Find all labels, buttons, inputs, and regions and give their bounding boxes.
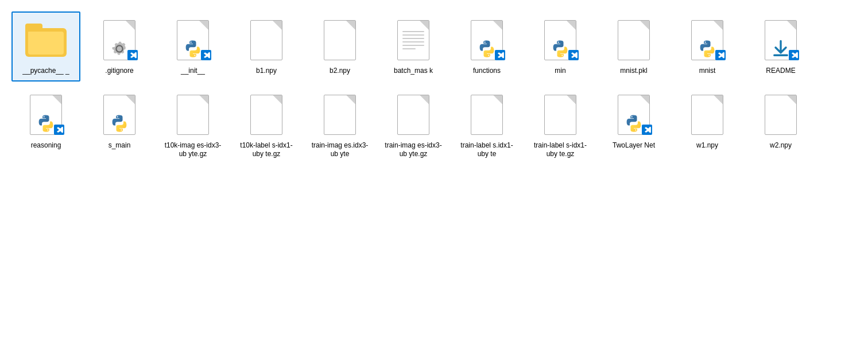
- file-icon: [544, 20, 576, 60]
- file-label-b1npy: b1.npy: [256, 67, 277, 76]
- file-item-train_images_ubyte[interactable]: train-imag es.idx3-ub yte: [305, 86, 374, 165]
- file-item-mnist[interactable]: mnist: [673, 11, 742, 82]
- file-item-t10k_labels[interactable]: t10k-label s-idx1-uby te.gz: [232, 86, 301, 165]
- file-icon: [691, 20, 723, 60]
- file-icon: [765, 95, 797, 135]
- file-item-b2npy[interactable]: b2.npy: [305, 11, 374, 82]
- file-item-train_labels_ubyte[interactable]: train-label s.idx1-uby te: [452, 86, 521, 165]
- file-label-train_images_ubyte: train-imag es.idx3-ub yte: [309, 141, 371, 159]
- file-item-gitignore[interactable]: .gitignore: [85, 11, 154, 82]
- file-icon: [397, 95, 429, 135]
- file-label-init: __init__: [181, 67, 205, 76]
- file-item-mnist_pkl[interactable]: mnist.pkl: [599, 11, 668, 82]
- file-item-w2npy[interactable]: w2.npy: [746, 86, 815, 165]
- file-item-batch_mask[interactable]: batch_mas k: [379, 11, 448, 82]
- file-label-mnist: mnist: [699, 67, 716, 76]
- file-icon: [544, 95, 576, 135]
- file-label-reasoning: reasoning: [31, 141, 61, 150]
- file-label-twolayernet: TwoLayer Net: [613, 141, 655, 150]
- file-label-batch_mask: batch_mas k: [394, 67, 433, 76]
- file-item-t10k_images[interactable]: t10k-imag es-idx3-ub yte.gz: [158, 86, 227, 165]
- file-label-gitignore: .gitignore: [105, 67, 133, 76]
- file-label-w2npy: w2.npy: [770, 141, 792, 150]
- file-item-b1npy[interactable]: b1.npy: [232, 11, 301, 82]
- file-icon: [30, 95, 62, 135]
- file-icon: [618, 20, 650, 60]
- file-icon: [324, 20, 356, 60]
- file-explorer-grid: __pycache__ _ .gitignore __init__b1.npyb…: [11, 11, 857, 165]
- file-item-w1npy[interactable]: w1.npy: [673, 86, 742, 165]
- file-icon: [250, 20, 282, 60]
- file-item-reasoning[interactable]: reasoning: [11, 86, 80, 165]
- file-label-train_labels_ubyte: train-label s.idx1-uby te: [456, 141, 518, 159]
- file-label-t10k_images: t10k-imag es-idx3-ub yte.gz: [162, 141, 224, 159]
- file-item-min[interactable]: min: [526, 11, 595, 82]
- file-label-readme: README: [766, 67, 795, 76]
- file-label-min: min: [555, 67, 565, 76]
- file-item-train_labels_gz[interactable]: train-label s-idx1-uby te.gz: [526, 86, 595, 165]
- file-icon: [765, 20, 797, 60]
- file-label-train_labels_gz: train-label s-idx1-uby te.gz: [529, 141, 591, 159]
- file-item-train_images_gz[interactable]: train-imag es-idx3-ub yte.gz: [379, 86, 448, 165]
- file-label-w1npy: w1.npy: [696, 141, 718, 150]
- file-icon: [250, 95, 282, 135]
- file-icon: [177, 95, 209, 135]
- file-item-functions[interactable]: functions: [452, 11, 521, 82]
- file-icon: [471, 20, 503, 60]
- file-item-s_main[interactable]: s_main: [85, 86, 154, 165]
- file-label-functions: functions: [473, 67, 501, 76]
- file-icon: [103, 20, 135, 60]
- file-icon: [397, 20, 429, 60]
- file-icon: [618, 95, 650, 135]
- file-icon: [324, 95, 356, 135]
- file-icon: [691, 95, 723, 135]
- file-item-twolayernet[interactable]: TwoLayer Net: [599, 86, 668, 165]
- file-icon: [177, 20, 209, 60]
- file-label-t10k_labels: t10k-label s-idx1-uby te.gz: [235, 141, 297, 159]
- file-label-train_images_gz: train-imag es-idx3-ub yte.gz: [382, 141, 444, 159]
- folder-icon: [25, 24, 67, 57]
- file-item-readme[interactable]: README: [746, 11, 815, 82]
- file-label-s_main: s_main: [108, 141, 131, 150]
- file-label-b2npy: b2.npy: [330, 67, 350, 76]
- file-label-pycache: __pycache__ _: [22, 67, 69, 76]
- file-label-mnist_pkl: mnist.pkl: [620, 67, 647, 76]
- file-icon: [471, 95, 503, 135]
- file-item-init[interactable]: __init__: [158, 11, 227, 82]
- file-item-pycache[interactable]: __pycache__ _: [11, 11, 80, 82]
- file-icon: [103, 95, 135, 135]
